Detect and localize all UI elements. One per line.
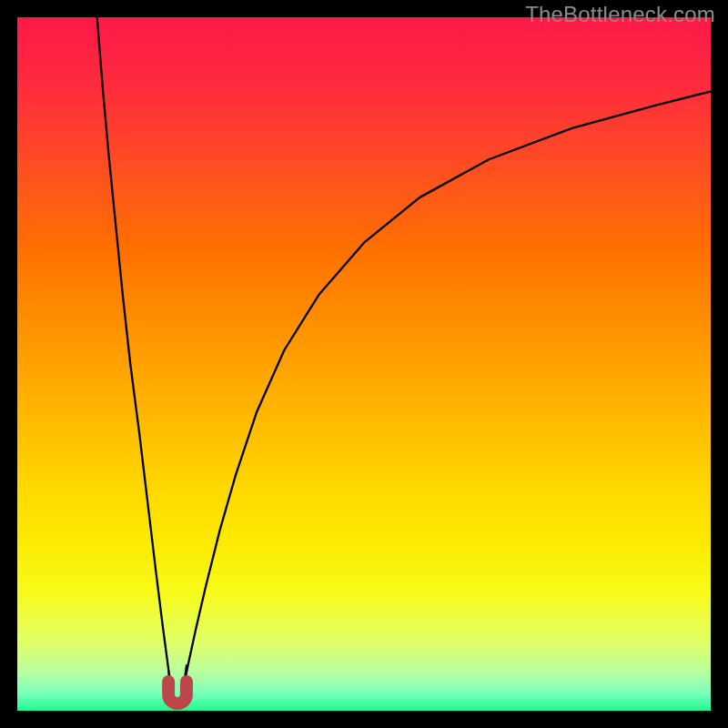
highlight-u-marker <box>168 682 187 703</box>
bottleneck-curve <box>97 17 711 707</box>
watermark: TheBottleneck.com <box>525 2 715 27</box>
plot-area <box>17 17 711 711</box>
frame: TheBottleneck.com <box>0 0 728 728</box>
curve-layer <box>17 17 711 711</box>
